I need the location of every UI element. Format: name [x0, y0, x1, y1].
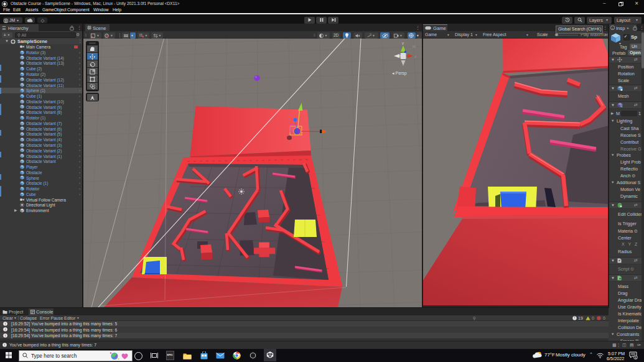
svg-text:y: y — [402, 41, 404, 45]
svg-text:◂ Persp: ◂ Persp — [392, 71, 407, 76]
svg-text:i: i — [612, 27, 614, 30]
svg-text:#: # — [618, 259, 620, 262]
svg-text:x: x — [414, 55, 416, 58]
svg-text:5: 5 — [635, 355, 637, 359]
